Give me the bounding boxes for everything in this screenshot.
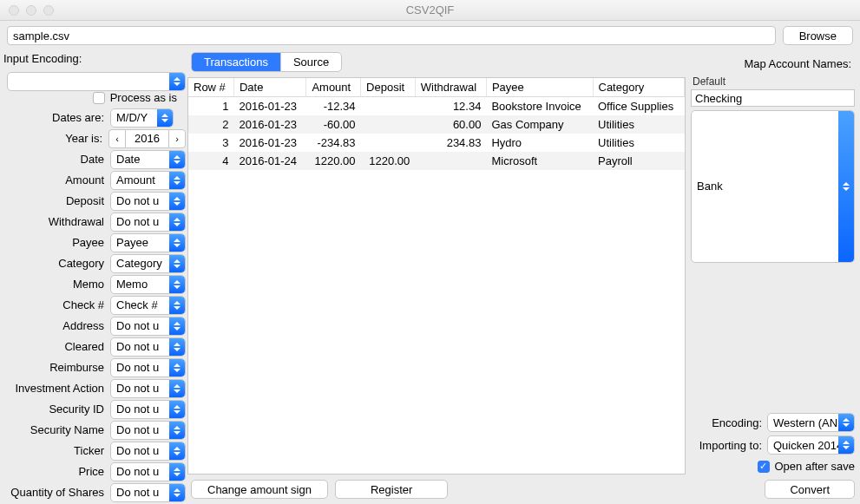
field-select-investment-action[interactable]: Do not u [110,379,186,398]
field-select-security-id[interactable]: Do not u [110,400,186,419]
open-after-save-label: Open after save [775,460,856,473]
field-select-withdrawal[interactable]: Do not u [110,213,186,232]
field-select-quantity-of-shares[interactable]: Do not u [110,483,186,502]
table-row[interactable]: 22016-01-23-60.0060.00Gas CompanyUtiliti… [188,115,685,134]
field-select-check-[interactable]: Check # [110,296,186,315]
column-header[interactable]: Deposit [361,78,416,97]
chevron-updown-icon [169,380,185,397]
field-label: Date [0,153,110,166]
field-label: Quantity of Shares [0,486,110,499]
browse-button[interactable]: Browse [783,26,853,45]
table-row[interactable]: 12016-01-23-12.3412.34Bookstore InvoiceO… [188,97,685,116]
field-select-price[interactable]: Do not u [110,462,186,481]
account-name-input[interactable]: Checking [691,89,855,107]
chevron-updown-icon [169,359,185,376]
field-select-amount[interactable]: Amount [110,171,186,190]
year-value: 2016 [126,129,168,148]
chevron-updown-icon [169,276,185,293]
chevron-updown-icon [169,73,185,90]
field-label: Address [0,319,110,332]
field-select-reimburse[interactable]: Do not u [110,358,186,377]
column-header[interactable]: Date [233,78,305,97]
field-label: Cleared [0,340,110,353]
window-title: CSV2QIF [0,3,860,16]
chevron-updown-icon [169,234,185,252]
field-label: Security ID [0,403,110,416]
chevron-updown-icon [169,338,185,356]
column-header[interactable]: Category [593,78,685,97]
encoding-label: Encoding: [691,416,767,429]
encoding-select[interactable]: Western (ANSI) [767,413,855,432]
field-label: Payee [0,236,110,249]
chevron-updown-icon [169,151,185,168]
process-as-is-label: Process as is [110,91,177,104]
chevron-updown-icon [157,109,173,127]
column-header[interactable]: Payee [486,78,593,97]
field-select-security-name[interactable]: Do not u [110,421,186,440]
process-as-is-checkbox[interactable] [93,92,105,104]
field-select-deposit[interactable]: Do not u [110,192,186,211]
chevron-updown-icon [169,442,185,460]
dates-are-select[interactable]: M/D/Y [110,108,174,128]
column-header[interactable]: Row # [188,78,233,97]
field-select-memo[interactable]: Memo [110,275,186,294]
chevron-updown-icon [838,111,854,262]
tab-source[interactable]: Source [281,53,341,71]
year-next-button[interactable]: › [168,129,186,148]
field-label: Investment Action [0,382,110,395]
chevron-updown-icon [169,193,185,210]
chevron-updown-icon [169,255,185,272]
field-label: Amount [0,173,110,187]
register-button[interactable]: Register [335,480,448,499]
account-type-select[interactable]: Bank [691,110,855,263]
field-label: Memo [0,278,110,291]
field-select-ticker[interactable]: Do not u [110,442,186,461]
chevron-updown-icon [169,172,185,189]
field-select-category[interactable]: Category [110,254,186,273]
field-label: Security Name [0,423,110,436]
default-label: Default [691,75,855,89]
table-row[interactable]: 42016-01-241220.001220.00MicrosoftPayrol… [188,152,685,170]
chevron-updown-icon [838,436,854,454]
field-select-cleared[interactable]: Do not u [110,337,186,357]
center-panel: Transactions Source Row #DateAmountDepos… [187,52,687,504]
tab-transactions[interactable]: Transactions [192,53,281,71]
column-header[interactable]: Withdrawal [415,78,486,97]
change-amount-sign-button[interactable]: Change amount sign [191,480,328,499]
field-label: Ticker [0,444,110,457]
chevron-updown-icon [169,401,185,418]
chevron-updown-icon [169,317,185,335]
dates-are-label: Dates are: [0,111,110,124]
field-label: Withdrawal [0,215,110,228]
field-select-date[interactable]: Date [110,150,186,169]
field-label: Reimburse [0,361,110,374]
field-select-address[interactable]: Do not u [110,317,186,336]
chevron-updown-icon [169,484,185,501]
input-encoding-label: Input Encoding: [3,52,82,65]
importing-to-select[interactable]: Quicken 2014 [767,435,855,455]
chevron-updown-icon [838,414,854,431]
year-prev-button[interactable]: ‹ [108,129,126,148]
column-header[interactable]: Amount [306,78,361,97]
tab-group: Transactions Source [191,52,342,72]
field-label: Price [0,465,110,478]
titlebar: CSV2QIF [0,0,860,21]
transactions-table[interactable]: Row #DateAmountDepositWithdrawalPayeeCat… [187,77,686,475]
convert-button[interactable]: Convert [765,480,855,499]
input-encoding-select[interactable] [7,72,186,91]
right-panel: Map Account Names: Default Checking Bank… [687,52,860,504]
table-row[interactable]: 32016-01-23-234.83234.83HydroUtilities [188,134,685,152]
field-label: Category [0,257,110,270]
field-label: Deposit [0,194,110,207]
importing-to-label: Importing to: [691,439,767,452]
chevron-updown-icon [169,297,185,314]
open-after-save-checkbox[interactable]: ✓ [758,461,770,473]
file-path-input[interactable]: sample.csv [7,26,776,45]
year-stepper[interactable]: ‹ 2016 › [108,129,186,148]
year-is-label: Year is: [0,132,108,145]
field-label: Check # [0,298,110,311]
field-select-payee[interactable]: Payee [110,233,186,252]
chevron-updown-icon [169,463,185,481]
chevron-updown-icon [169,213,185,231]
left-panel: Input Encoding: Process as is Dates are:… [0,52,187,504]
